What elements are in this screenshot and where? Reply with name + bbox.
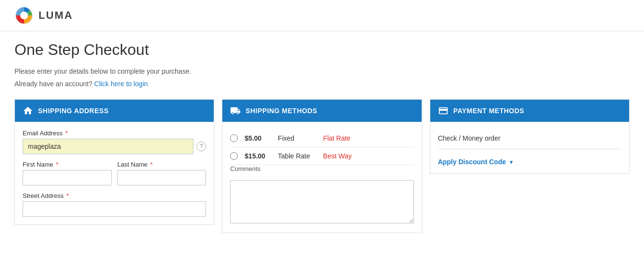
page-title: One Step Checkout bbox=[14, 41, 630, 59]
shipping-address-body: Email Address * ? First Name * bbox=[15, 122, 214, 224]
page-header: LUMA bbox=[0, 0, 644, 31]
login-prompt-text: Already have an account? bbox=[14, 80, 92, 88]
shipping-option-1: $5.00 Fixed Flat Rate bbox=[230, 130, 413, 147]
chevron-down-icon: ▾ bbox=[510, 158, 513, 166]
email-wrapper: ? bbox=[23, 139, 206, 154]
shipping-price-1: $5.00 bbox=[245, 134, 271, 142]
luma-logo-icon bbox=[14, 6, 34, 25]
home-icon bbox=[23, 105, 33, 116]
comments-group: Comments bbox=[230, 165, 413, 225]
svg-point-1 bbox=[20, 12, 28, 19]
credit-card-icon bbox=[438, 105, 449, 116]
login-prompt: Already have an account? Click here to l… bbox=[14, 80, 630, 88]
payment-methods-body: Check / Money order Apply Discount Code … bbox=[430, 122, 629, 173]
payment-methods-section: PAYMENT METHODS Check / Money order Appl… bbox=[430, 99, 630, 174]
street-address-label: Street Address * bbox=[23, 192, 206, 199]
login-link[interactable]: Click here to login bbox=[94, 80, 148, 88]
first-name-input[interactable] bbox=[23, 170, 112, 185]
street-address-input[interactable] bbox=[23, 201, 206, 217]
logo-text: LUMA bbox=[39, 9, 73, 22]
shipping-type-1: Fixed bbox=[278, 134, 316, 142]
comments-label: Comments bbox=[230, 165, 413, 172]
payment-option: Check / Money order bbox=[438, 130, 621, 149]
shipping-methods-body: $5.00 Fixed Flat Rate $15.00 Table Rate … bbox=[222, 122, 421, 233]
shipping-price-2: $15.00 bbox=[245, 152, 271, 160]
help-icon[interactable]: ? bbox=[196, 142, 206, 151]
name-row: First Name * Last Name * bbox=[23, 161, 206, 185]
shipping-address-title: SHIPPING ADDRESS bbox=[38, 107, 109, 115]
shipping-type-2: Table Rate bbox=[278, 152, 316, 160]
shipping-radio-2[interactable] bbox=[230, 152, 238, 160]
shipping-option-2: $15.00 Table Rate Best Way bbox=[230, 147, 413, 165]
payment-option-label: Check / Money order bbox=[438, 134, 501, 142]
first-name-group: First Name * bbox=[23, 161, 112, 185]
apply-discount-row[interactable]: Apply Discount Code ▾ bbox=[438, 156, 621, 166]
apply-discount-label: Apply Discount Code bbox=[438, 158, 506, 166]
shipping-address-section: SHIPPING ADDRESS Email Address * ? bbox=[14, 99, 214, 225]
email-group: Email Address * ? bbox=[23, 130, 206, 154]
shipping-address-header: SHIPPING ADDRESS bbox=[15, 100, 214, 122]
shipping-radio-1[interactable] bbox=[230, 134, 238, 142]
truck-icon bbox=[230, 105, 241, 116]
last-name-label: Last Name * bbox=[117, 161, 206, 168]
payment-methods-header: PAYMENT METHODS bbox=[430, 100, 629, 122]
shipping-methods-header: SHIPPING METHODS bbox=[222, 100, 421, 122]
shipping-carrier-1: Flat Rate bbox=[323, 134, 350, 142]
shipping-carrier-2: Best Way bbox=[323, 152, 351, 160]
payment-methods-title: PAYMENT METHODS bbox=[453, 107, 525, 115]
sections-container: SHIPPING ADDRESS Email Address * ? bbox=[14, 99, 630, 233]
shipping-methods-title: SHIPPING METHODS bbox=[245, 107, 317, 115]
email-input[interactable] bbox=[23, 139, 193, 154]
last-name-input[interactable] bbox=[117, 170, 206, 185]
page-subtitle: Please enter your details below to compl… bbox=[14, 67, 630, 75]
shipping-methods-section: SHIPPING METHODS $5.00 Fixed Flat Rate $… bbox=[222, 99, 422, 233]
comments-textarea[interactable] bbox=[230, 180, 413, 223]
logo[interactable]: LUMA bbox=[14, 6, 73, 25]
street-address-group: Street Address * bbox=[23, 192, 206, 217]
email-label: Email Address * bbox=[23, 130, 206, 137]
page-content: One Step Checkout Please enter your deta… bbox=[0, 31, 644, 248]
last-name-group: Last Name * bbox=[117, 161, 206, 185]
first-name-label: First Name * bbox=[23, 161, 112, 168]
